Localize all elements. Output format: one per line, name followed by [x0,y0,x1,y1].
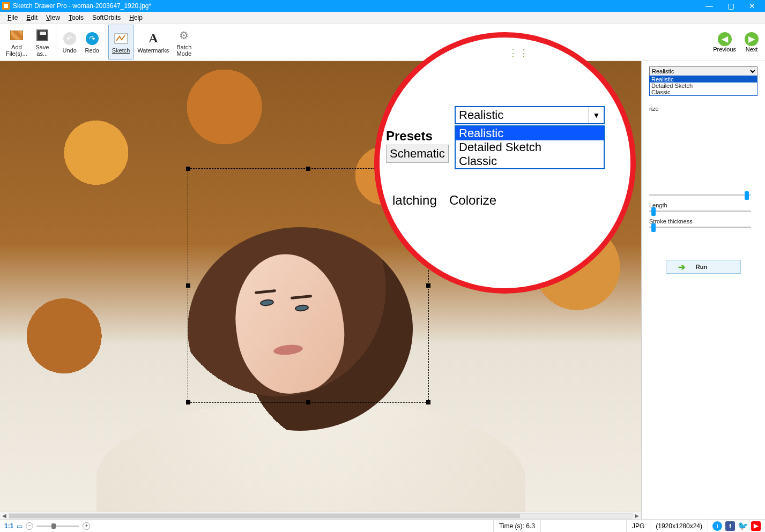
menu-view[interactable]: View [42,13,64,23]
zoom-in-button[interactable]: + [83,522,90,530]
gear-icon: ⚙ [176,28,191,43]
zoom-option-detailed-sketch[interactable]: Detailed Sketch [456,140,604,154]
selection-handle[interactable] [306,167,310,171]
add-files-button[interactable]: Add File(s)... [2,25,31,59]
preset-option-realistic[interactable]: Realistic [650,76,757,83]
run-button[interactable]: ➔ Run [666,260,741,274]
selection-handle[interactable] [186,283,190,288]
selection-handle[interactable] [306,400,310,404]
edge-strength-slider[interactable] [649,194,751,196]
length-slider[interactable] [649,211,751,212]
side-panel: Realistic Realistic Detailed Sketch Clas… [642,61,765,519]
zoom-slider[interactable] [36,526,79,527]
watermarks-button[interactable]: A Watermarks [133,25,173,59]
fit-screen-icon[interactable]: ▭ [17,522,23,530]
length-label: Length [649,202,757,208]
selection-handle[interactable] [426,283,430,288]
toolbar: Add File(s)... Save as... ↶ Undo ↷ Redo … [0,24,765,61]
facebook-icon[interactable]: f [725,521,735,531]
scroll-right-icon[interactable]: ▶ [633,513,641,519]
save-as-label: Save as... [35,44,49,57]
zoom-ratio-label: 1:1 [4,522,13,530]
selection-handle[interactable] [426,400,430,404]
watermarks-icon: A [146,31,161,46]
annotation-zoom-circle: ⋮⋮ Realistic ▼ Realistic Detailed Sketch… [374,32,636,294]
next-icon: ▶ [745,32,759,46]
partial-label: rize [649,106,757,112]
sketch-button[interactable]: Sketch [108,25,134,59]
status-format: JPG [626,520,650,532]
undo-button[interactable]: ↶ Undo [58,25,81,59]
stroke-thickness-slider[interactable] [649,227,751,228]
undo-icon: ↶ [62,31,77,46]
run-label: Run [696,264,707,270]
add-files-label: Add File(s)... [6,44,27,57]
window-maximize-button[interactable]: ▢ [720,0,741,12]
zoom-preset-combo[interactable]: Realistic ▼ [455,106,605,124]
window-minimize-button[interactable]: — [699,0,720,12]
undo-label: Undo [63,47,77,54]
title-bar: Sketch Drawer Pro - woman-2003647_1920.j… [0,0,765,12]
preset-option-classic[interactable]: Classic [650,89,757,95]
zoom-out-button[interactable]: − [26,522,33,530]
preset-dropdown-list[interactable]: Realistic Detailed Sketch Classic [649,76,757,96]
preset-dropdown[interactable]: Realistic [649,66,757,76]
app-icon [2,2,10,10]
previous-button[interactable]: ◀ Previous [709,25,740,59]
zoom-option-classic[interactable]: Classic [456,154,604,168]
redo-button[interactable]: ↷ Redo [81,25,103,59]
chevron-down-icon[interactable]: ▼ [589,107,604,123]
batch-mode-label: Batch Mode [176,44,191,57]
zoom-preset-value: Realistic [456,108,589,122]
zoom-schematic-button[interactable]: Schematic [386,145,449,163]
save-as-button[interactable]: Save as... [31,25,54,59]
svg-rect-1 [4,4,8,8]
batch-mode-button[interactable]: ⚙ Batch Mode [173,25,195,59]
twitter-icon[interactable]: 🐦 [738,521,748,531]
zoom-presets-label: Presets [386,129,433,144]
zoom-option-realistic[interactable]: Realistic [456,126,604,140]
scrollbar-thumb[interactable] [9,514,520,518]
sketch-label: Sketch [112,47,130,54]
status-dimensions: (1920x1280x24) [650,520,708,532]
menu-help[interactable]: Help [125,13,147,23]
zoom-hatching-tab[interactable]: latching [392,193,437,208]
horizontal-scrollbar[interactable]: ◀ ▶ [0,512,641,519]
save-icon [35,28,50,43]
zoom-preset-listbox[interactable]: Realistic Detailed Sketch Classic [455,125,605,169]
menu-file[interactable]: File [3,13,22,23]
menu-bar: File Edit View Tools SoftOrbits Help [0,12,765,24]
scroll-left-icon[interactable]: ◀ [0,513,9,519]
redo-icon: ↷ [85,31,100,46]
menu-softorbits[interactable]: SoftOrbits [88,13,125,23]
window-close-button[interactable]: ✕ [741,0,763,12]
next-button[interactable]: ▶ Next [740,25,763,59]
window-title: Sketch Drawer Pro - woman-2003647_1920.j… [13,2,699,10]
next-label: Next [746,46,758,53]
status-bar: 1:1 ▭ − + Time (s): 6.3 JPG (1920x1280x2… [0,519,765,532]
zoom-colorize-tab[interactable]: Colorize [449,193,496,208]
menu-edit[interactable]: Edit [22,13,42,23]
selection-handle[interactable] [186,167,190,171]
watermarks-label: Watermarks [137,47,169,54]
previous-label: Previous [713,46,736,53]
menu-tools[interactable]: Tools [64,13,88,23]
info-icon[interactable]: i [712,521,722,531]
status-time: Time (s): 6.3 [493,520,540,532]
add-files-icon [9,28,24,43]
previous-icon: ◀ [718,32,732,46]
preset-option-detailed-sketch[interactable]: Detailed Sketch [650,83,757,89]
grip-dots-icon: ⋮⋮ [508,47,530,59]
stroke-thickness-label: Stroke thickness [649,218,757,224]
run-icon: ➔ [678,262,685,272]
sketch-icon [114,31,129,46]
redo-label: Redo [85,47,99,54]
selection-handle[interactable] [186,400,190,404]
youtube-icon[interactable]: ▶ [751,521,761,531]
